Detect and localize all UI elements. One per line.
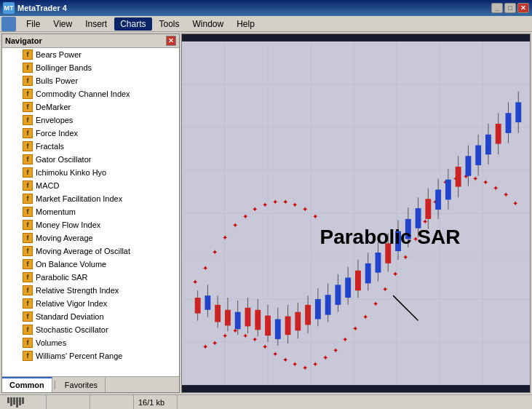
svg-rect-67	[225, 310, 231, 326]
nav-item-icon: f	[23, 102, 33, 112]
svg-text:✦: ✦	[342, 335, 348, 344]
menu-help[interactable]: Help	[231, 17, 261, 31]
nav-item-label: On Balance Volume	[36, 260, 106, 269]
nav-item[interactable]: fRelative Strength Index	[2, 284, 179, 297]
nav-item-icon: f	[23, 259, 33, 269]
nav-item[interactable]: fBollinger Bands	[2, 61, 179, 74]
status-sections: 16/1 kb	[3, 395, 529, 409]
menu-view[interactable]: View	[47, 17, 78, 31]
nav-item-icon: f	[23, 285, 33, 295]
maximize-button[interactable]: □	[504, 3, 516, 13]
nav-item-icon: f	[23, 194, 33, 204]
svg-rect-121	[496, 124, 501, 144]
svg-rect-111	[445, 180, 451, 200]
svg-text:✦: ✦	[262, 343, 268, 351]
nav-item[interactable]: fParabolic SAR	[2, 271, 179, 284]
nav-item[interactable]: fMoney Flow Index	[2, 218, 179, 231]
nav-item[interactable]: fRelative Vigor Index	[2, 297, 179, 310]
nav-item-icon: f	[23, 272, 33, 282]
svg-text:✦: ✦	[262, 201, 268, 209]
bar-chart-icon	[7, 397, 24, 408]
menu-tools[interactable]: Tools	[154, 17, 186, 31]
svg-text:✦: ✦	[292, 201, 298, 209]
status-info: 16/1 kb	[134, 395, 178, 409]
svg-text:✦: ✦	[333, 346, 338, 354]
nav-item-label: Parabolic SAR	[36, 273, 88, 282]
svg-rect-91	[345, 278, 351, 298]
svg-text:✦: ✦	[512, 199, 518, 207]
title-bar-buttons: _ □ ✕	[491, 3, 529, 13]
svg-text:✦: ✦	[282, 356, 288, 364]
nav-item[interactable]: fBears Power	[2, 48, 179, 61]
nav-item-icon: f	[23, 76, 33, 86]
nav-item[interactable]: fMACD	[2, 179, 179, 192]
nav-item[interactable]: fMomentum	[2, 205, 179, 218]
nav-item-icon: f	[23, 49, 33, 60]
tab-common[interactable]: Common	[2, 377, 52, 392]
nav-item-icon: f	[23, 180, 33, 191]
nav-item-icon: f	[23, 154, 33, 164]
nav-item-label: MACD	[36, 181, 59, 190]
minimize-button[interactable]: _	[491, 3, 503, 13]
nav-item[interactable]: fWilliams' Percent Range	[2, 349, 179, 362]
menu-window[interactable]: Window	[187, 17, 230, 31]
nav-item-label: Moving Average	[36, 234, 93, 242]
svg-text:✦: ✦	[252, 205, 258, 213]
nav-item[interactable]: fStandard Deviation	[2, 310, 179, 323]
nav-item-label: Standard Deviation	[36, 312, 104, 321]
nav-item[interactable]: fCommodity Channel Index	[2, 87, 179, 100]
nav-item[interactable]: fMoving Average	[2, 231, 179, 245]
svg-rect-93	[355, 271, 361, 291]
nav-item[interactable]: fOn Balance Volume	[2, 258, 179, 271]
nav-item[interactable]: fIchimoku Kinko Hyo	[2, 166, 179, 179]
tab-favorites[interactable]: Favorites	[57, 377, 106, 392]
svg-text:✦: ✦	[493, 184, 499, 192]
svg-text:✦: ✦	[222, 234, 228, 242]
nav-item[interactable]: fMoving Average of Oscillat	[2, 245, 179, 258]
close-button[interactable]: ✕	[517, 3, 529, 13]
nav-item[interactable]: fVolumes	[2, 336, 179, 349]
navigator-header: Navigator ✕	[2, 34, 179, 48]
navigator-panel: Navigator ✕ fBears PowerfBollinger Bands…	[1, 33, 180, 393]
navigator-tabs: Common | Favorites	[2, 376, 179, 392]
navigator-list[interactable]: fBears PowerfBollinger BandsfBulls Power…	[2, 48, 179, 376]
nav-item[interactable]: fEnvelopes	[2, 114, 179, 127]
svg-rect-89	[335, 285, 341, 305]
chart-svg: ✦ ✦ ✦ ✦ ✦ ✦ ✦ ✦ ✦ ✦ ✦ ✦ ✦ ✦ ✦ ✦ ✦ ✦ ✦ ✦	[182, 34, 530, 392]
menu-insert[interactable]: Insert	[79, 17, 113, 31]
nav-item-icon: f	[23, 233, 33, 243]
svg-text:✦: ✦	[322, 354, 328, 362]
nav-item[interactable]: fFractals	[2, 140, 179, 153]
nav-item[interactable]: fBulls Power	[2, 74, 179, 87]
menu-file[interactable]: File	[20, 17, 46, 31]
svg-rect-73	[255, 310, 261, 330]
nav-item-icon: f	[23, 207, 33, 217]
svg-text:✦: ✦	[272, 198, 278, 206]
navigator-close-button[interactable]: ✕	[166, 36, 176, 46]
svg-text:✦: ✦	[222, 332, 228, 340]
nav-item[interactable]: fGator Oscillator	[2, 153, 179, 166]
nav-item-label: Gator Oscillator	[36, 155, 91, 164]
svg-rect-63	[205, 295, 210, 310]
menu-charts[interactable]: Charts	[114, 17, 151, 31]
nav-item-label: Bulls Power	[36, 76, 78, 85]
nav-item[interactable]: fDeMarker	[2, 100, 179, 114]
nav-item[interactable]: fForce Index	[2, 127, 179, 140]
nav-item-label: Force Index	[36, 129, 78, 138]
svg-text:✦: ✦	[312, 213, 318, 221]
nav-item-icon: f	[23, 311, 33, 322]
svg-rect-71	[245, 308, 251, 327]
status-section-3	[90, 395, 134, 409]
nav-item-icon: f	[23, 89, 33, 99]
nav-item-icon: f	[23, 167, 33, 178]
nav-item-icon: f	[23, 246, 33, 256]
nav-item-icon: f	[23, 325, 33, 335]
nav-item-icon: f	[23, 220, 33, 230]
nav-item[interactable]: fStochastic Oscillator	[2, 323, 179, 336]
nav-item-label: Relative Vigor Index	[36, 299, 107, 308]
status-section-1	[3, 395, 47, 409]
nav-item-icon: f	[23, 298, 33, 309]
svg-rect-99	[385, 243, 391, 263]
svg-rect-109	[435, 190, 441, 210]
nav-item[interactable]: fMarket Facilitation Index	[2, 192, 179, 205]
